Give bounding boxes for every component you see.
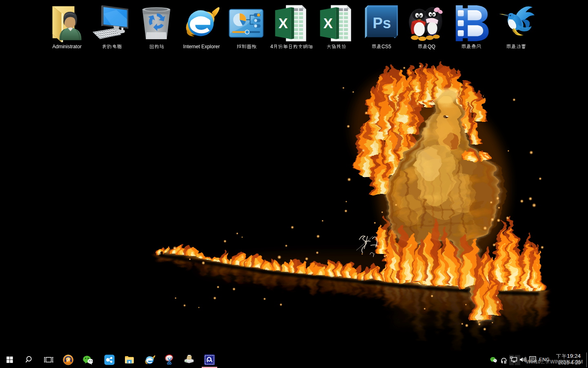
svg-text:WIN9GN.COM: WIN9GN.COM: [550, 359, 583, 365]
svg-text:Win10: Win10: [526, 359, 541, 365]
svg-text:19:24: 19:24: [567, 353, 581, 359]
svg-text:CS5: CS5: [381, 44, 391, 49]
svg-text:QQ: QQ: [428, 44, 435, 49]
svg-text:Administrator: Administrator: [52, 44, 82, 49]
svg-text:X: X: [323, 16, 333, 31]
svg-text:X: X: [278, 16, 288, 31]
svg-text:4: 4: [270, 44, 273, 49]
svg-text:Ps: Ps: [373, 15, 391, 31]
svg-text:Internet Explorer: Internet Explorer: [183, 44, 220, 49]
